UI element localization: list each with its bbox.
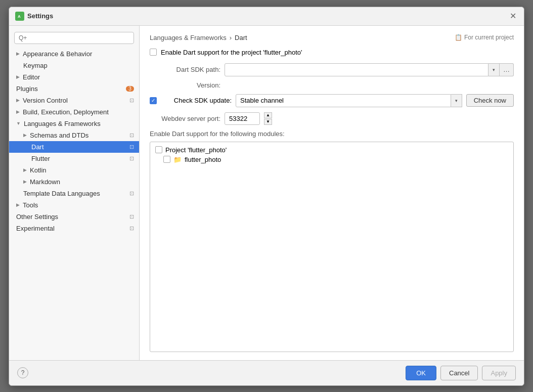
- sidebar-item-label: Experimental: [16, 225, 55, 232]
- sidebar-item-template-data[interactable]: Template Data Languages ⊡: [9, 188, 139, 199]
- arrow-icon: ▶: [16, 202, 20, 207]
- for-project-label: 📋 For current project: [455, 34, 514, 41]
- repo-icon: ⊡: [129, 155, 134, 162]
- sidebar-item-label: Editor: [23, 73, 40, 81]
- sidebar-item-experimental[interactable]: Experimental ⊡: [9, 223, 139, 234]
- sidebar-item-label: Languages & Frameworks: [24, 120, 101, 127]
- help-button[interactable]: ?: [17, 367, 28, 378]
- breadcrumb-separator: ›: [230, 34, 232, 41]
- sidebar-item-label: Kotlin: [30, 166, 47, 174]
- search-wrap: [9, 30, 139, 48]
- close-button[interactable]: ✕: [508, 11, 518, 21]
- sidebar-item-other-settings[interactable]: Other Settings ⊡: [9, 211, 139, 223]
- check-sdk-checkbox[interactable]: ✓: [150, 97, 157, 104]
- channel-select[interactable]: Stable channel: [236, 94, 451, 107]
- search-input[interactable]: [14, 32, 134, 44]
- sdk-path-row: Dart SDK path: ▾ …: [150, 63, 514, 76]
- check-now-button[interactable]: Check now: [466, 94, 514, 107]
- sidebar-item-label: Markdown: [30, 178, 60, 186]
- settings-dialog: A Settings ✕ ▶ Appearance & Behavior Key…: [9, 7, 524, 386]
- sidebar-item-label: Tools: [23, 201, 38, 209]
- sidebar-item-label: Flutter: [31, 155, 50, 162]
- cancel-button[interactable]: Cancel: [440, 366, 478, 380]
- sidebar: ▶ Appearance & Behavior Keymap ▶ Editor …: [9, 26, 140, 360]
- sdk-path-label: Dart SDK path:: [150, 66, 220, 73]
- arrow-icon: ▶: [16, 98, 20, 103]
- plugins-badge: 3: [126, 86, 134, 92]
- content-area: ▶ Appearance & Behavior Keymap ▶ Editor …: [9, 26, 524, 360]
- sdk-ellipsis-btn[interactable]: …: [500, 63, 514, 76]
- breadcrumb: Languages & Frameworks › Dart 📋 For curr…: [150, 34, 514, 41]
- module-item-project[interactable]: Project 'flutter_photo': [153, 145, 510, 155]
- repo-icon: ⊡: [129, 213, 134, 220]
- arrow-icon: ▶: [23, 133, 27, 138]
- sidebar-item-tools[interactable]: ▶ Tools: [9, 199, 139, 211]
- sidebar-item-build-exec[interactable]: ▶ Build, Execution, Deployment: [9, 106, 139, 118]
- sidebar-item-label: Version Control: [23, 97, 68, 104]
- ok-button[interactable]: OK: [406, 366, 436, 380]
- sidebar-item-dart[interactable]: Dart ⊡: [9, 141, 139, 153]
- repo-icon: ⊡: [129, 97, 134, 104]
- sidebar-item-languages[interactable]: ▼ Languages & Frameworks: [9, 118, 139, 129]
- app-icon: A: [15, 12, 24, 21]
- port-increment-btn[interactable]: ▲: [264, 112, 272, 118]
- modules-tree: Project 'flutter_photo' 📁 flutter_photo: [150, 142, 514, 352]
- repo-icon: ⊡: [129, 225, 134, 232]
- main-panel: Languages & Frameworks › Dart 📋 For curr…: [140, 26, 524, 360]
- apply-button[interactable]: Apply: [482, 366, 516, 380]
- project-checkbox[interactable]: [155, 146, 162, 153]
- arrow-icon: ▶: [23, 167, 27, 172]
- webdev-port-row: Webdev server port: 53322 ▲ ▼: [150, 112, 514, 125]
- port-decrement-btn[interactable]: ▼: [264, 119, 272, 125]
- arrow-icon: ▼: [16, 121, 21, 126]
- sidebar-item-version-control[interactable]: ▶ Version Control ⊡: [9, 95, 139, 106]
- sdk-path-input[interactable]: [225, 63, 488, 76]
- arrow-icon: ▶: [16, 51, 20, 56]
- enable-dart-row: Enable Dart support for the project 'flu…: [150, 49, 514, 56]
- sidebar-item-editor[interactable]: ▶ Editor: [9, 71, 139, 83]
- flutter-photo-checkbox[interactable]: [163, 156, 170, 163]
- webdev-port-input[interactable]: 53322: [225, 112, 260, 125]
- check-sdk-row: ✓ Check SDK update: Stable channel ▾ Che…: [150, 94, 514, 107]
- sidebar-item-markdown[interactable]: ▶ Markdown: [9, 176, 139, 188]
- channel-dropdown-arrow[interactable]: ▾: [451, 94, 462, 107]
- sdk-path-input-wrap: ▾ …: [225, 63, 514, 76]
- version-label: Version:: [150, 81, 220, 89]
- sidebar-item-label: Keymap: [23, 62, 48, 69]
- breadcrumb-parent: Languages & Frameworks: [150, 34, 227, 41]
- sidebar-item-label: Template Data Languages: [23, 190, 100, 197]
- sidebar-item-flutter[interactable]: Flutter ⊡: [9, 153, 139, 164]
- arrow-icon: ▶: [16, 74, 20, 79]
- breadcrumb-current: Dart: [235, 34, 247, 41]
- flutter-photo-label: flutter_photo: [185, 156, 221, 163]
- svg-text:A: A: [18, 14, 21, 19]
- sidebar-item-label: Schemas and DTDs: [30, 132, 88, 139]
- sidebar-item-plugins[interactable]: Plugins 3: [9, 83, 139, 95]
- modules-label: Enable Dart support for the following mo…: [150, 130, 514, 138]
- repo-icon: ⊡: [129, 132, 134, 139]
- module-item-flutter-photo[interactable]: 📁 flutter_photo: [153, 155, 510, 164]
- check-sdk-label: Check SDK update:: [161, 97, 232, 104]
- project-item-label: Project 'flutter_photo': [165, 146, 227, 154]
- version-row: Version:: [150, 81, 514, 89]
- webdev-port-label: Webdev server port:: [150, 115, 220, 122]
- sidebar-item-kotlin[interactable]: ▶ Kotlin: [9, 164, 139, 176]
- sidebar-item-schemas[interactable]: ▶ Schemas and DTDs ⊡: [9, 129, 139, 141]
- module-folder-icon: 📁: [173, 156, 182, 163]
- repo-icon: ⊡: [129, 144, 134, 150]
- sidebar-item-label: Appearance & Behavior: [23, 50, 92, 58]
- title-bar: A Settings ✕: [9, 7, 524, 26]
- enable-dart-label: Enable Dart support for the project 'flu…: [161, 49, 302, 56]
- sidebar-item-keymap[interactable]: Keymap: [9, 60, 139, 71]
- channel-select-wrap: Stable channel ▾: [236, 94, 462, 107]
- arrow-icon: ▶: [23, 179, 27, 184]
- sdk-dropdown-arrow[interactable]: ▾: [488, 63, 500, 76]
- port-spinner: ▲ ▼: [264, 112, 272, 125]
- arrow-icon: ▶: [16, 109, 20, 114]
- dialog-title: Settings: [27, 12, 508, 20]
- sidebar-item-label: Dart: [31, 143, 44, 151]
- sidebar-item-label: Plugins: [16, 85, 38, 93]
- sidebar-item-appearance[interactable]: ▶ Appearance & Behavior: [9, 48, 139, 60]
- enable-dart-checkbox[interactable]: [150, 49, 157, 56]
- bottom-actions: OK Cancel Apply: [406, 366, 516, 380]
